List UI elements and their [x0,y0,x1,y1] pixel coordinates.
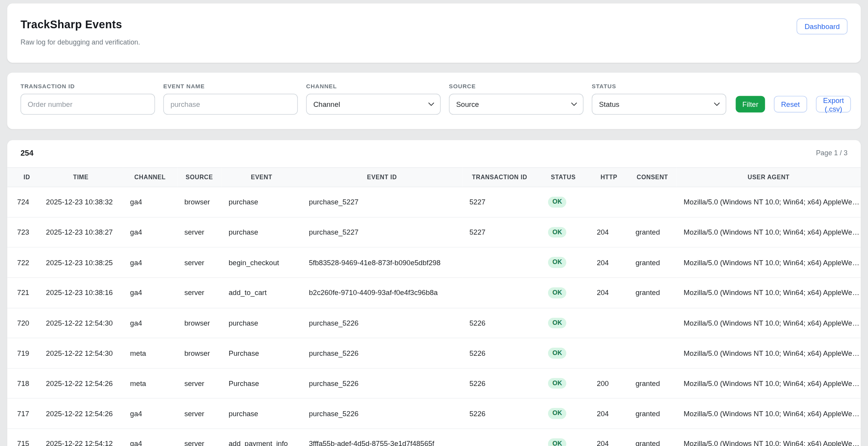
cell-consent: granted [628,217,676,247]
table-row: 723 2025-12-23 10:38:27 ga4 server purch… [7,217,861,247]
cell-status: OK [537,429,590,446]
transaction-id-input[interactable] [21,94,155,115]
event-name-field-group: EVENT NAME [163,82,298,115]
cell-source: server [177,217,221,247]
cell-user-agent: Mozilla/5.0 (Windows NT 10.0; Win64; x64… [676,338,861,368]
table-row: 717 2025-12-22 12:54:26 ga4 server purch… [7,398,861,429]
source-field-group: SOURCE Source [449,82,583,115]
cell-transaction-id: 5227 [462,217,537,247]
events-table: ID TIME CHANNEL SOURCE EVENT EVENT ID TR… [7,167,861,446]
cell-source: browser [177,187,221,217]
cell-user-agent: Mozilla/5.0 (Windows NT 10.0; Win64; x64… [676,187,861,217]
status-badge: OK [548,227,567,238]
cell-id: 715 [7,429,39,446]
status-badge: OK [548,439,567,446]
cell-user-agent: Mozilla/5.0 (Windows NT 10.0; Win64; x64… [676,429,861,446]
cell-source: server [177,278,221,308]
pagination-info: Page 1 / 3 [816,149,847,157]
reset-button[interactable]: Reset [774,96,807,113]
cell-event: begin_checkout [222,247,302,278]
cell-event-id: purchase_5226 [302,308,462,338]
cell-consent: granted [628,278,676,308]
cell-user-agent: Mozilla/5.0 (Windows NT 10.0; Win64; x64… [676,308,861,338]
cell-event: purchase [222,187,302,217]
event-name-input[interactable] [163,94,298,115]
cell-event: Purchase [222,338,302,368]
total-count: 254 [21,148,33,157]
app-root: TrackSharp Events Raw log for debugging … [0,3,868,446]
header-text: TrackSharp Events Raw log for debugging … [21,19,140,46]
column-header-time: TIME [39,168,123,187]
cell-source: server [177,398,221,429]
header-card: TrackSharp Events Raw log for debugging … [7,3,861,63]
cell-consent: granted [628,368,676,398]
column-header-channel: CHANNEL [123,168,177,187]
status-badge: OK [548,408,567,419]
cell-id: 720 [7,308,39,338]
cell-event-id: purchase_5227 [302,187,462,217]
source-label: SOURCE [449,82,583,89]
cell-event-id: purchase_5227 [302,217,462,247]
table-row: 724 2025-12-23 10:38:32 ga4 browser purc… [7,187,861,217]
table-row: 718 2025-12-22 12:54:26 meta server Purc… [7,368,861,398]
table-body: 724 2025-12-23 10:38:32 ga4 browser purc… [7,187,861,446]
cell-user-agent: Mozilla/5.0 (Windows NT 10.0; Win64; x64… [676,398,861,429]
cell-status: OK [537,278,590,308]
channel-select[interactable]: Channel [306,94,440,115]
status-select-wrap: Status [592,94,726,115]
cell-channel: meta [123,338,177,368]
column-header-http: HTTP [590,168,628,187]
cell-status: OK [537,368,590,398]
cell-channel: ga4 [123,187,177,217]
cell-time: 2025-12-23 10:38:27 [39,217,123,247]
cell-event: add_to_cart [222,278,302,308]
status-label: STATUS [592,82,726,89]
status-badge: OK [548,197,567,208]
cell-id: 717 [7,398,39,429]
cell-id: 718 [7,368,39,398]
cell-time: 2025-12-22 12:54:12 [39,429,123,446]
table-header: ID TIME CHANNEL SOURCE EVENT EVENT ID TR… [7,168,861,187]
cell-source: server [177,429,221,446]
status-select[interactable]: Status [592,94,726,115]
source-select[interactable]: Source [449,94,583,115]
channel-field-group: CHANNEL Channel [306,82,440,115]
cell-event-id: purchase_5226 [302,398,462,429]
cell-consent [628,308,676,338]
dashboard-button[interactable]: Dashboard [797,19,847,34]
cell-source: server [177,368,221,398]
column-header-source: SOURCE [177,168,221,187]
cell-status: OK [537,398,590,429]
source-select-wrap: Source [449,94,583,115]
cell-status: OK [537,187,590,217]
table-toolbar: 254 Page 1 / 3 [7,140,861,167]
status-badge: OK [548,317,567,328]
cell-consent: granted [628,429,676,446]
cell-http [590,338,628,368]
filter-card: TRANSACTION ID EVENT NAME CHANNEL Channe… [7,73,861,129]
cell-id: 722 [7,247,39,278]
cell-http [590,187,628,217]
cell-http: 204 [590,398,628,429]
cell-source: server [177,247,221,278]
cell-event: purchase [222,398,302,429]
table-row: 720 2025-12-22 12:54:30 ga4 browser purc… [7,308,861,338]
cell-transaction-id: 5226 [462,338,537,368]
transaction-id-label: TRANSACTION ID [21,82,155,89]
cell-status: OK [537,338,590,368]
cell-source: browser [177,338,221,368]
table-row: 722 2025-12-23 10:38:25 ga4 server begin… [7,247,861,278]
filter-button[interactable]: Filter [736,96,765,113]
cell-user-agent: Mozilla/5.0 (Windows NT 10.0; Win64; x64… [676,247,861,278]
cell-channel: ga4 [123,247,177,278]
cell-event: Purchase [222,368,302,398]
cell-http: 204 [590,247,628,278]
channel-select-wrap: Channel [306,94,440,115]
cell-channel: ga4 [123,278,177,308]
cell-time: 2025-12-22 12:54:26 [39,398,123,429]
export-csv-button[interactable]: Export (.csv) [816,96,851,113]
filter-actions: Filter Reset Export (.csv) [736,96,851,115]
cell-time: 2025-12-23 10:38:16 [39,278,123,308]
cell-time: 2025-12-23 10:38:25 [39,247,123,278]
cell-event-id: purchase_5226 [302,338,462,368]
